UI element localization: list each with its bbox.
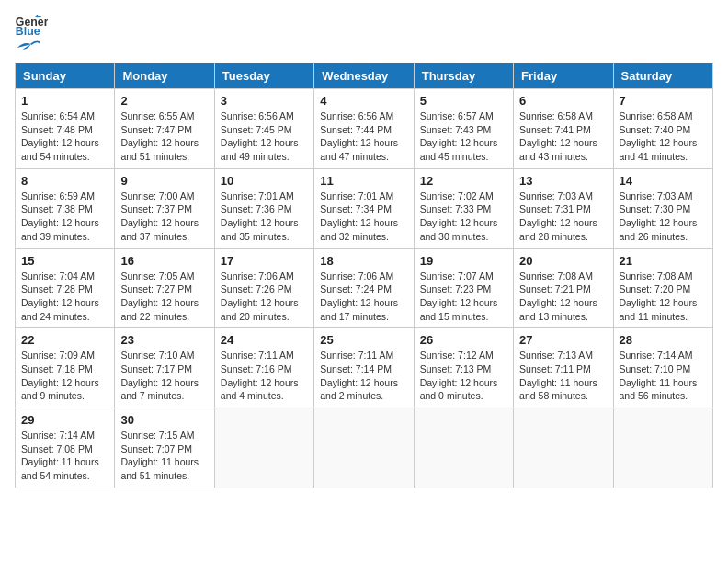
calendar-day-29: 29Sunrise: 7:14 AM Sunset: 7:08 PM Dayli… xyxy=(16,408,115,488)
calendar-day-5: 5Sunrise: 6:57 AM Sunset: 7:43 PM Daylig… xyxy=(414,89,513,169)
calendar-day-18: 18Sunrise: 7:06 AM Sunset: 7:24 PM Dayli… xyxy=(314,248,414,328)
day-info: Sunrise: 7:10 AM Sunset: 7:17 PM Dayligh… xyxy=(120,349,208,403)
day-number: 30 xyxy=(120,413,208,427)
calendar-day-6: 6Sunrise: 6:58 AM Sunset: 7:41 PM Daylig… xyxy=(514,89,613,169)
day-number: 9 xyxy=(120,174,208,188)
calendar-day-24: 24Sunrise: 7:11 AM Sunset: 7:16 PM Dayli… xyxy=(214,328,313,408)
day-info: Sunrise: 7:14 AM Sunset: 7:08 PM Dayligh… xyxy=(21,429,108,483)
day-info: Sunrise: 6:56 AM Sunset: 7:44 PM Dayligh… xyxy=(320,109,407,164)
day-number: 10 xyxy=(221,174,308,188)
day-info: Sunrise: 7:15 AM Sunset: 7:07 PM Dayligh… xyxy=(120,429,208,483)
calendar-col-sunday: Sunday xyxy=(16,63,115,89)
calendar-day-13: 13Sunrise: 7:03 AM Sunset: 7:31 PM Dayli… xyxy=(514,168,613,248)
day-number: 1 xyxy=(21,94,108,108)
day-number: 12 xyxy=(420,174,507,188)
calendar-col-saturday: Saturday xyxy=(613,63,712,89)
calendar-week-5: 29Sunrise: 7:14 AM Sunset: 7:08 PM Dayli… xyxy=(16,408,713,488)
day-info: Sunrise: 7:08 AM Sunset: 7:21 PM Dayligh… xyxy=(519,270,607,324)
day-number: 16 xyxy=(120,254,208,268)
day-number: 8 xyxy=(21,174,108,188)
day-number: 22 xyxy=(21,333,108,347)
calendar-day-4: 4Sunrise: 6:56 AM Sunset: 7:44 PM Daylig… xyxy=(314,89,414,169)
calendar-table: SundayMondayTuesdayWednesdayThursdayFrid… xyxy=(15,63,713,488)
calendar-col-monday: Monday xyxy=(115,63,214,89)
page-header: General Blue xyxy=(15,15,713,53)
day-info: Sunrise: 6:54 AM Sunset: 7:48 PM Dayligh… xyxy=(21,109,108,164)
calendar-day-14: 14Sunrise: 7:03 AM Sunset: 7:30 PM Dayli… xyxy=(613,168,712,248)
calendar-empty xyxy=(613,408,712,488)
calendar-day-16: 16Sunrise: 7:05 AM Sunset: 7:27 PM Dayli… xyxy=(115,248,214,328)
day-number: 17 xyxy=(221,254,308,268)
day-number: 7 xyxy=(620,94,707,108)
day-info: Sunrise: 7:11 AM Sunset: 7:16 PM Dayligh… xyxy=(221,349,308,403)
day-number: 5 xyxy=(420,94,507,108)
calendar-empty xyxy=(314,408,414,488)
day-info: Sunrise: 7:03 AM Sunset: 7:31 PM Dayligh… xyxy=(519,190,607,244)
day-info: Sunrise: 7:12 AM Sunset: 7:13 PM Dayligh… xyxy=(420,349,507,403)
day-number: 25 xyxy=(320,333,407,347)
day-info: Sunrise: 6:59 AM Sunset: 7:38 PM Dayligh… xyxy=(21,190,108,244)
day-number: 21 xyxy=(620,254,707,268)
calendar-day-12: 12Sunrise: 7:02 AM Sunset: 7:33 PM Dayli… xyxy=(414,168,513,248)
calendar-day-3: 3Sunrise: 6:56 AM Sunset: 7:45 PM Daylig… xyxy=(214,89,313,169)
day-number: 29 xyxy=(21,413,108,427)
day-info: Sunrise: 7:04 AM Sunset: 7:28 PM Dayligh… xyxy=(21,270,108,324)
day-info: Sunrise: 7:14 AM Sunset: 7:10 PM Dayligh… xyxy=(620,349,707,403)
day-number: 4 xyxy=(320,94,407,108)
day-number: 3 xyxy=(221,94,308,108)
day-info: Sunrise: 7:08 AM Sunset: 7:20 PM Dayligh… xyxy=(620,270,707,324)
calendar-week-4: 22Sunrise: 7:09 AM Sunset: 7:18 PM Dayli… xyxy=(16,328,713,408)
logo-bird-svg xyxy=(16,39,41,57)
calendar-day-2: 2Sunrise: 6:55 AM Sunset: 7:47 PM Daylig… xyxy=(115,89,214,169)
day-info: Sunrise: 7:05 AM Sunset: 7:27 PM Dayligh… xyxy=(120,270,208,324)
day-info: Sunrise: 6:56 AM Sunset: 7:45 PM Dayligh… xyxy=(221,109,308,164)
day-info: Sunrise: 7:00 AM Sunset: 7:37 PM Dayligh… xyxy=(120,190,208,244)
calendar-day-27: 27Sunrise: 7:13 AM Sunset: 7:11 PM Dayli… xyxy=(514,328,613,408)
day-info: Sunrise: 6:55 AM Sunset: 7:47 PM Dayligh… xyxy=(120,109,208,164)
calendar-day-11: 11Sunrise: 7:01 AM Sunset: 7:34 PM Dayli… xyxy=(314,168,414,248)
day-number: 6 xyxy=(519,94,607,108)
calendar-week-1: 1Sunrise: 6:54 AM Sunset: 7:48 PM Daylig… xyxy=(16,89,713,169)
day-info: Sunrise: 7:06 AM Sunset: 7:24 PM Dayligh… xyxy=(320,270,407,324)
calendar-day-10: 10Sunrise: 7:01 AM Sunset: 7:36 PM Dayli… xyxy=(214,168,313,248)
calendar-day-20: 20Sunrise: 7:08 AM Sunset: 7:21 PM Dayli… xyxy=(514,248,613,328)
calendar-day-1: 1Sunrise: 6:54 AM Sunset: 7:48 PM Daylig… xyxy=(16,89,115,169)
calendar-empty xyxy=(214,408,313,488)
calendar-header-row: SundayMondayTuesdayWednesdayThursdayFrid… xyxy=(16,63,713,89)
calendar-day-7: 7Sunrise: 6:58 AM Sunset: 7:40 PM Daylig… xyxy=(613,89,712,169)
calendar-day-19: 19Sunrise: 7:07 AM Sunset: 7:23 PM Dayli… xyxy=(414,248,513,328)
day-info: Sunrise: 7:06 AM Sunset: 7:26 PM Dayligh… xyxy=(221,270,308,324)
day-number: 19 xyxy=(420,254,507,268)
day-number: 27 xyxy=(519,333,607,347)
calendar-week-3: 15Sunrise: 7:04 AM Sunset: 7:28 PM Dayli… xyxy=(16,248,713,328)
day-number: 28 xyxy=(620,333,707,347)
calendar-col-wednesday: Wednesday xyxy=(314,63,414,89)
calendar-day-23: 23Sunrise: 7:10 AM Sunset: 7:17 PM Dayli… xyxy=(115,328,214,408)
day-info: Sunrise: 7:03 AM Sunset: 7:30 PM Dayligh… xyxy=(620,190,707,244)
day-number: 23 xyxy=(120,333,208,347)
day-info: Sunrise: 6:58 AM Sunset: 7:40 PM Dayligh… xyxy=(620,109,707,164)
calendar-col-friday: Friday xyxy=(514,63,613,89)
day-info: Sunrise: 6:58 AM Sunset: 7:41 PM Dayligh… xyxy=(519,109,607,164)
day-info: Sunrise: 7:09 AM Sunset: 7:18 PM Dayligh… xyxy=(21,349,108,403)
day-number: 15 xyxy=(21,254,108,268)
day-number: 2 xyxy=(120,94,208,108)
calendar-day-25: 25Sunrise: 7:11 AM Sunset: 7:14 PM Dayli… xyxy=(314,328,414,408)
calendar-day-21: 21Sunrise: 7:08 AM Sunset: 7:20 PM Dayli… xyxy=(613,248,712,328)
day-number: 26 xyxy=(420,333,507,347)
calendar-col-tuesday: Tuesday xyxy=(214,63,313,89)
svg-text:Blue: Blue xyxy=(16,25,40,37)
day-info: Sunrise: 6:57 AM Sunset: 7:43 PM Dayligh… xyxy=(420,109,507,164)
logo: General Blue xyxy=(15,15,48,53)
day-number: 13 xyxy=(519,174,607,188)
calendar-empty xyxy=(514,408,613,488)
calendar-day-26: 26Sunrise: 7:12 AM Sunset: 7:13 PM Dayli… xyxy=(414,328,513,408)
day-info: Sunrise: 7:01 AM Sunset: 7:34 PM Dayligh… xyxy=(320,190,407,244)
day-number: 20 xyxy=(519,254,607,268)
day-info: Sunrise: 7:13 AM Sunset: 7:11 PM Dayligh… xyxy=(519,349,607,403)
day-number: 11 xyxy=(320,174,407,188)
day-number: 18 xyxy=(320,254,407,268)
calendar-empty xyxy=(414,408,513,488)
calendar-day-30: 30Sunrise: 7:15 AM Sunset: 7:07 PM Dayli… xyxy=(115,408,214,488)
calendar-day-15: 15Sunrise: 7:04 AM Sunset: 7:28 PM Dayli… xyxy=(16,248,115,328)
